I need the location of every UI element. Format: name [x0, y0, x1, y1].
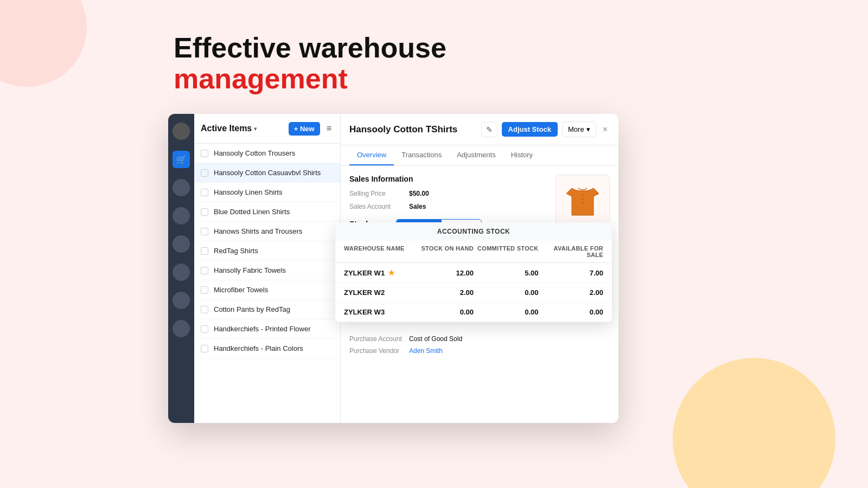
more-button[interactable]: More ▾ [562, 121, 596, 137]
list-item[interactable]: Hansooly Cotton Trousers [194, 144, 340, 163]
selling-price-label: Selling Price [349, 190, 409, 197]
detail-title: Hansooly Cotton TShirts [349, 124, 477, 135]
svg-point-1 [582, 198, 584, 200]
item-name: Hansooly Cotton Casuavbvl Shirts [214, 169, 321, 177]
purchase-account-value: Cost of Good Sold [409, 335, 462, 343]
adjust-stock-button[interactable]: Adjust Stock [502, 122, 558, 137]
col-committed: COMMITTED STOCK [474, 245, 539, 258]
bg-decoration-top-left [0, 0, 87, 87]
item-checkbox[interactable] [201, 286, 208, 294]
close-button[interactable]: × [601, 123, 610, 137]
stock-on-hand: 0.00 [409, 308, 474, 316]
tab-adjustments[interactable]: Adjustments [449, 145, 503, 165]
sidebar-dot-5 [173, 292, 190, 309]
item-name: RedTag Shirts [214, 247, 258, 255]
item-name: Blue Dotted Linen Shirts [214, 208, 290, 216]
list-item[interactable]: Hansooly Cotton Casuavbvl Shirts [194, 163, 340, 183]
hero-line2: management [174, 63, 446, 94]
purchase-info: Purchase Account Cost of Good Sold Purch… [349, 335, 482, 355]
purchase-vendor-label: Purchase Vendor [349, 347, 409, 355]
item-name: Microfiber Towels [214, 286, 268, 294]
item-name: Hansooly Linen Shirts [214, 188, 282, 196]
item-checkbox[interactable] [201, 189, 208, 196]
item-name: Handkerchiefs - Printed Flower [214, 325, 310, 333]
col-stock-on-hand: STOCK ON HAND [409, 245, 474, 258]
hero-line1: Effective warehouse [174, 33, 446, 63]
accounting-stock-popup: ACCOUNTING STOCK WAREHOUSE NAME STOCK ON… [341, 222, 612, 322]
sales-info-title: Sales Information [349, 175, 482, 183]
sales-account-value: Sales [409, 203, 426, 210]
list-item[interactable]: Handkerchiefs - Plain Colors [194, 339, 340, 358]
list-item[interactable]: Blue Dotted Linen Shirts [194, 202, 340, 222]
item-name: Hansolly Fabric Towels [214, 266, 286, 274]
item-name: Hansooly Cotton Trousers [214, 149, 295, 157]
hero-section: Effective warehouse management [174, 33, 446, 94]
sales-account-row: Sales Account Sales [349, 203, 482, 210]
app-window: 🛒 Active Items ▾ + New ≡ Hansooly Cotton… [168, 114, 618, 423]
selling-price-row: Selling Price $50.00 [349, 190, 482, 197]
col-available: AVAILABLE FOR SALE [539, 245, 604, 258]
item-checkbox[interactable] [201, 325, 208, 333]
list-item[interactable]: Hansolly Fabric Towels [194, 261, 340, 280]
item-detail-panel: Hansooly Cotton TShirts ✎ Adjust Stock M… [341, 114, 618, 423]
warehouse-name: ZYLKER W2 [344, 288, 409, 297]
svg-point-2 [582, 202, 584, 204]
detail-left: Sales Information Selling Price $50.00 S… [349, 175, 482, 414]
sales-account-label: Sales Account [349, 203, 409, 210]
item-checkbox[interactable] [201, 208, 208, 216]
item-list-panel: Active Items ▾ + New ≡ Hansooly Cotton T… [194, 114, 341, 423]
sidebar-dot-1 [173, 179, 190, 196]
item-checkbox[interactable] [201, 306, 208, 313]
item-checkbox[interactable] [201, 228, 208, 235]
col-warehouse: WAREHOUSE NAME [344, 245, 409, 258]
sidebar-avatar [173, 123, 190, 140]
hamburger-icon[interactable]: ≡ [324, 121, 334, 136]
purchase-account-row: Purchase Account Cost of Good Sold [349, 335, 482, 343]
sidebar-dot-6 [173, 320, 190, 337]
sidebar-dot-2 [173, 207, 190, 224]
table-row: ZYLKER W3 0.00 0.00 0.00 [341, 303, 612, 322]
product-image [556, 175, 610, 229]
item-name: Cotton Pants by RedTag [214, 305, 290, 313]
item-checkbox[interactable] [201, 169, 208, 177]
edit-icon-button[interactable]: ✎ [481, 122, 497, 137]
new-button[interactable]: + New [289, 122, 320, 136]
purchase-vendor-row: Purchase Vendor Aden Smith [349, 347, 482, 355]
warehouse-name: ZYLKER W3 [344, 308, 409, 316]
tab-history[interactable]: History [503, 145, 540, 165]
item-checkbox[interactable] [201, 267, 208, 274]
popup-rows: ZYLKER W1 ★ 12.00 5.00 7.00 ZYLKER W2 2.… [341, 263, 612, 322]
more-chevron-icon: ▾ [586, 125, 590, 133]
selling-price-value: $50.00 [409, 190, 429, 197]
sidebar-dot-4 [173, 264, 190, 281]
purchase-vendor-link[interactable]: Aden Smith [409, 347, 443, 355]
list-item[interactable]: Handkerchiefs - Printed Flower [194, 319, 340, 339]
list-item[interactable]: Microfiber Towels [194, 280, 340, 300]
list-item[interactable]: RedTag Shirts [194, 241, 340, 261]
bg-decoration-bottom-right [673, 358, 835, 488]
table-row: ZYLKER W1 ★ 12.00 5.00 7.00 [341, 263, 612, 283]
detail-body: Sales Information Selling Price $50.00 S… [341, 166, 618, 423]
stock-on-hand: 2.00 [409, 288, 474, 297]
sidebar-dot-3 [173, 235, 190, 253]
item-checkbox[interactable] [201, 247, 208, 255]
accounting-stock-title: ACCOUNTING STOCK [341, 222, 612, 241]
warehouse-name: ZYLKER W1 ★ [344, 268, 409, 277]
list-item[interactable]: Cotton Pants by RedTag [194, 300, 340, 319]
sidebar: 🛒 [168, 114, 194, 423]
tab-overview[interactable]: Overview [349, 145, 394, 165]
active-items-label[interactable]: Active Items ▾ [201, 124, 257, 133]
table-row: ZYLKER W2 2.00 0.00 2.00 [341, 283, 612, 303]
detail-header: Hansooly Cotton TShirts ✎ Adjust Stock M… [341, 114, 618, 145]
cart-icon[interactable]: 🛒 [173, 151, 190, 168]
list-item[interactable]: Hanows Shirts and Trousers [194, 222, 340, 241]
svg-point-0 [582, 195, 584, 196]
committed-stock: 0.00 [474, 308, 539, 316]
tab-transactions[interactable]: Transactions [394, 145, 449, 165]
available-for-sale: 2.00 [539, 288, 604, 297]
item-checkbox[interactable] [201, 345, 208, 352]
item-checkbox[interactable] [201, 150, 208, 157]
available-for-sale: 7.00 [539, 269, 604, 277]
item-name: Hanows Shirts and Trousers [214, 227, 302, 235]
list-item[interactable]: Hansooly Linen Shirts [194, 183, 340, 202]
